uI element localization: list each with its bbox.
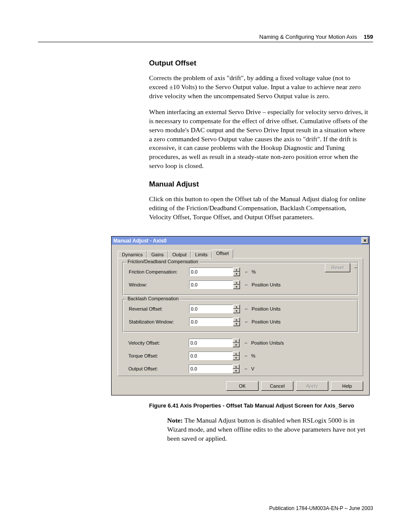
group-backlash-title: Backlash Compensation xyxy=(126,296,180,301)
dialog-titlebar: Manual Adjust - Axis0 ✕ xyxy=(112,236,369,245)
para-manual-adjust-1: Click on this button to open the Offset … xyxy=(149,195,370,222)
page-footer: Publication 1784-UM003A-EN-P – June 2003 xyxy=(269,505,373,511)
manual-adjust-dialog: Manual Adjust - Axis0 ✕ Dynamics Gains O… xyxy=(111,236,370,395)
chapter-title: Naming & Configuring Your Motion Axis xyxy=(259,34,357,40)
dialog-title: Manual Adjust - Axis0 xyxy=(113,238,167,244)
spin-down-icon[interactable]: ▼ xyxy=(233,356,240,360)
cancel-button[interactable]: Cancel xyxy=(261,381,293,391)
spin-down-icon[interactable]: ▼ xyxy=(233,272,240,276)
ok-button[interactable]: OK xyxy=(226,381,258,391)
note-text: The Manual Adjust button is disabled whe… xyxy=(167,417,365,442)
arrow-left-icon: ← xyxy=(244,340,249,345)
spin-up-icon[interactable]: ▲ xyxy=(233,364,240,369)
window-unit: Position Units xyxy=(252,282,280,287)
window-input[interactable]: ▲▼ xyxy=(189,280,240,289)
body-content: Output Offset Corrects the problem of ax… xyxy=(149,59,370,229)
note-bold: Note: xyxy=(167,417,183,424)
output-input[interactable]: ▲▼ xyxy=(189,364,240,373)
offset-panel: Reset ← Friction/Deadband Compensation F… xyxy=(118,258,363,376)
reversal-label: Reversal Offset: xyxy=(129,306,189,311)
spin-down-icon[interactable]: ▼ xyxy=(233,322,240,326)
spin-down-icon[interactable]: ▼ xyxy=(233,285,240,289)
spin-down-icon[interactable]: ▼ xyxy=(233,309,240,313)
close-icon[interactable]: ✕ xyxy=(361,237,368,244)
stab-unit: Position Units xyxy=(252,319,280,324)
arrow-left-icon: ← xyxy=(244,269,249,274)
reversal-field[interactable] xyxy=(189,305,233,313)
tab-strip: Dynamics Gains Output Limits Offset xyxy=(118,249,233,258)
friction-field[interactable] xyxy=(189,268,233,276)
para-output-offset-2: When interfacing an external Servo Drive… xyxy=(149,108,370,171)
group-friction: Friction/Deadband Compensation Friction … xyxy=(122,262,358,296)
window-label: Window: xyxy=(129,282,189,287)
stab-label: Stabilization Window: xyxy=(129,319,189,324)
spin-up-icon[interactable]: ▲ xyxy=(233,268,240,272)
dialog-buttons: OK Cancel Apply Help xyxy=(226,381,363,391)
stab-input[interactable]: ▲▼ xyxy=(189,317,240,326)
spin-up-icon[interactable]: ▲ xyxy=(233,305,240,309)
figure-caption: Figure 6.41 Axis Properties - Offset Tab… xyxy=(149,402,370,409)
group-backlash: Backlash Compensation Reversal Offset: ▲… xyxy=(122,299,358,333)
heading-manual-adjust: Manual Adjust xyxy=(149,180,370,189)
spin-up-icon[interactable]: ▲ xyxy=(233,280,240,285)
header-rule xyxy=(38,42,373,42)
reversal-input[interactable]: ▲▼ xyxy=(189,305,240,313)
spin-up-icon[interactable]: ▲ xyxy=(233,352,240,356)
torque-unit: % xyxy=(251,353,255,358)
friction-input[interactable]: ▲▼ xyxy=(189,268,240,276)
tab-offset[interactable]: Offset xyxy=(212,249,233,258)
spin-up-icon[interactable]: ▲ xyxy=(233,339,240,343)
output-unit: V xyxy=(251,366,254,371)
velocity-input[interactable]: ▲▼ xyxy=(189,339,240,347)
heading-output-offset: Output Offset xyxy=(149,59,370,68)
arrow-left-icon: ← xyxy=(244,366,249,371)
torque-label: Torque Offset: xyxy=(128,353,189,358)
help-button[interactable]: Help xyxy=(331,381,363,391)
arrow-left-icon: ← xyxy=(244,353,249,358)
page-number: 159 xyxy=(364,34,373,40)
spin-down-icon[interactable]: ▼ xyxy=(233,369,240,373)
velocity-label: Velocity Offset: xyxy=(128,340,189,345)
page-header: Naming & Configuring Your Motion Axis 15… xyxy=(259,34,373,40)
arrow-left-icon: ← xyxy=(244,319,249,324)
spin-down-icon[interactable]: ▼ xyxy=(233,343,240,347)
spin-up-icon[interactable]: ▲ xyxy=(233,317,240,322)
friction-label: Friction Compensation: xyxy=(129,269,189,274)
friction-unit: % xyxy=(252,269,256,274)
torque-field[interactable] xyxy=(189,352,233,360)
apply-button[interactable]: Apply xyxy=(296,381,328,391)
velocity-field[interactable] xyxy=(189,339,233,347)
arrow-left-icon: ← xyxy=(244,306,249,311)
output-label: Output Offset: xyxy=(128,366,189,371)
arrow-left-icon: ← xyxy=(244,282,249,287)
reversal-unit: Position Units xyxy=(252,306,280,311)
note-paragraph: Note: The Manual Adjust button is disabl… xyxy=(167,416,370,443)
velocity-unit: Position Units/s xyxy=(251,340,284,345)
window-field[interactable] xyxy=(189,280,233,289)
output-field[interactable] xyxy=(189,364,233,373)
para-output-offset-1: Corrects the problem of axis "drift", by… xyxy=(149,74,370,101)
torque-input[interactable]: ▲▼ xyxy=(189,352,240,360)
dialog-figure: Manual Adjust - Axis0 ✕ Dynamics Gains O… xyxy=(111,236,370,395)
group-friction-title: Friction/Deadband Compensation xyxy=(126,259,199,264)
stab-field[interactable] xyxy=(189,317,233,326)
